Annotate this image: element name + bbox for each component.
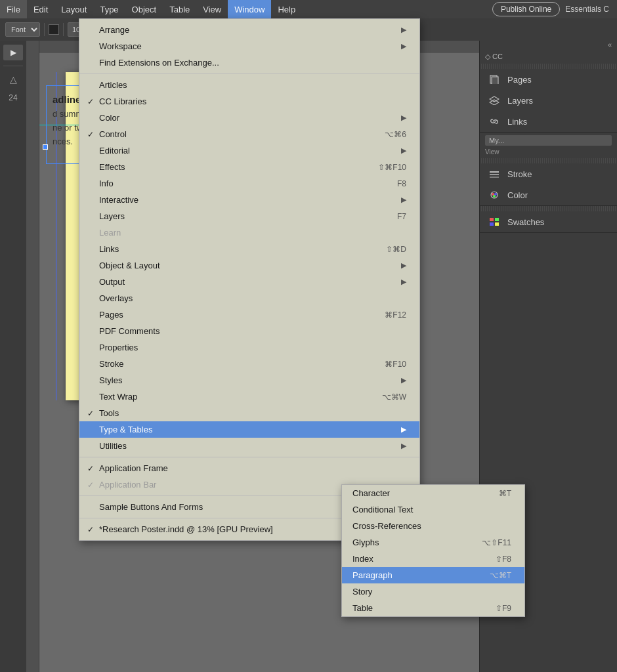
color-arrow: ▶ xyxy=(401,114,406,122)
tool-btn-2[interactable]: △ xyxy=(3,72,23,87)
publish-online-button[interactable]: Publish Online xyxy=(492,2,560,16)
menu-editorial[interactable]: Editorial ▶ xyxy=(79,142,419,159)
panel-pages[interactable]: Pages xyxy=(480,69,617,90)
menu-articles[interactable]: Articles xyxy=(79,77,419,93)
menu-properties[interactable]: Properties xyxy=(79,339,419,356)
menu-cc-libraries[interactable]: ✓ CC Libraries xyxy=(79,93,419,110)
submenu-character[interactable]: Character ⌘T xyxy=(342,485,524,501)
properties-label: Properties xyxy=(99,343,138,352)
menu-type-tables[interactable]: Type & Tables ▶ xyxy=(79,421,419,438)
menu-object-layout[interactable]: Object & Layout ▶ xyxy=(79,257,419,274)
effects-label: Effects xyxy=(99,162,125,172)
menu-effects[interactable]: Effects ⇧⌘F10 xyxy=(79,159,419,175)
svg-rect-11 xyxy=(490,218,494,221)
menu-control[interactable]: ✓ Control ⌥⌘6 xyxy=(79,126,419,142)
tool-separator xyxy=(3,66,23,66)
panel-group-swatches: Swatches xyxy=(480,206,617,233)
menu-overlays[interactable]: Overlays xyxy=(79,290,419,306)
panel-layers[interactable]: Layers xyxy=(480,90,617,111)
menu-app-frame[interactable]: ✓ Application Frame xyxy=(79,460,419,476)
menu-layout[interactable]: Layout xyxy=(54,0,93,18)
submenu-glyphs[interactable]: Glyphs ⌥⇧F11 xyxy=(342,534,524,551)
color-label: Color xyxy=(507,190,528,200)
links-menu-label: Links xyxy=(99,244,119,254)
pages-icon xyxy=(488,74,501,85)
menu-object[interactable]: Object xyxy=(125,0,163,18)
selection-handle xyxy=(43,144,48,150)
tool-select[interactable]: ▶ xyxy=(3,45,23,60)
recent-doc-label: *Research Poster.indd @ 13% [GPU Preview… xyxy=(99,524,273,534)
drag-handle-2 xyxy=(480,158,617,163)
utilities-arrow: ▶ xyxy=(401,442,406,450)
panel-links[interactable]: Links xyxy=(480,111,617,132)
menu-output[interactable]: Output ▶ xyxy=(79,274,419,290)
menu-tools[interactable]: ✓ Tools xyxy=(79,405,419,421)
menu-arrange[interactable]: Arrange ▶ xyxy=(79,22,419,38)
cc-libraries-checkmark: ✓ xyxy=(87,97,94,106)
layers-icon xyxy=(488,95,501,106)
cc-label: ◇ CC xyxy=(480,50,617,64)
control-shortcut: ⌥⌘6 xyxy=(365,130,406,139)
svg-rect-12 xyxy=(495,218,499,221)
control-checkmark: ✓ xyxy=(87,130,94,139)
tools-checkmark: ✓ xyxy=(87,409,94,418)
menu-window[interactable]: Window xyxy=(228,0,271,18)
articles-label: Articles xyxy=(99,80,127,90)
submenu-table[interactable]: Table ⇧F9 xyxy=(342,600,524,616)
menu-bar: File Edit Layout Type Object Table View … xyxy=(0,0,617,18)
drag-handle-1 xyxy=(480,64,617,69)
tools-label: Tools xyxy=(99,408,119,418)
stroke-icon xyxy=(488,169,501,179)
svg-rect-1 xyxy=(492,77,498,84)
menu-view[interactable]: View xyxy=(196,0,228,18)
font-select[interactable]: Font xyxy=(5,22,40,37)
menu-table[interactable]: Table xyxy=(163,0,196,18)
menu-interactive[interactable]: Interactive ▶ xyxy=(79,192,419,208)
submenu-story[interactable]: Story xyxy=(342,583,524,600)
menu-file[interactable]: File xyxy=(0,0,27,18)
menu-pages[interactable]: Pages ⌘F12 xyxy=(79,306,419,323)
panels-collapse-btn[interactable]: « xyxy=(480,39,617,50)
submenu-conditional-text[interactable]: Conditional Text xyxy=(342,501,524,518)
panel-swatches[interactable]: Swatches xyxy=(480,211,617,232)
menu-edit[interactable]: Edit xyxy=(27,0,54,18)
menu-help[interactable]: Help xyxy=(271,0,302,18)
menu-pdf-comments[interactable]: PDF Comments xyxy=(79,323,419,339)
menu-section-2: Articles ✓ CC Libraries Color ▶ ✓ Contro… xyxy=(79,74,419,457)
cc-libraries-label: CC Libraries xyxy=(99,96,146,106)
drag-handle-3 xyxy=(480,206,617,211)
menu-stroke[interactable]: Stroke ⌘F10 xyxy=(79,356,419,372)
submenu-cross-references[interactable]: Cross-References xyxy=(342,518,524,534)
swatches-label: Swatches xyxy=(507,217,544,227)
menu-learn: Learn xyxy=(79,224,419,241)
menu-text-wrap[interactable]: Text Wrap ⌥⌘W xyxy=(79,388,419,405)
panel-stroke[interactable]: Stroke xyxy=(480,163,617,184)
submenu-index[interactable]: Index ⇧F8 xyxy=(342,551,524,567)
menu-utilities[interactable]: Utilities ▶ xyxy=(79,438,419,454)
editorial-arrow: ▶ xyxy=(401,146,406,155)
submenu-paragraph[interactable]: Paragraph ⌥⌘T xyxy=(342,567,524,583)
layers-label: Layers xyxy=(507,96,533,106)
menu-type[interactable]: Type xyxy=(93,0,125,18)
character-label: Character xyxy=(352,488,390,498)
pdf-comments-label: PDF Comments xyxy=(99,326,160,336)
menu-styles[interactable]: Styles ▶ xyxy=(79,372,419,388)
styles-label: Styles xyxy=(99,375,122,385)
character-shortcut: ⌘T xyxy=(486,489,511,498)
menu-color[interactable]: Color ▶ xyxy=(79,110,419,126)
panel-group-navigation: Pages Layers Links xyxy=(480,64,617,133)
menu-workspace[interactable]: Workspace ▶ xyxy=(79,38,419,54)
menu-find-extensions[interactable]: Find Extensions on Exchange... xyxy=(79,54,419,71)
menu-layers[interactable]: Layers F7 xyxy=(79,208,419,224)
effects-shortcut: ⇧⌘F10 xyxy=(358,163,406,172)
tool-btn-3[interactable]: 24 xyxy=(3,90,23,106)
panel-color[interactable]: Color xyxy=(480,184,617,205)
paragraph-shortcut: ⌥⌘T xyxy=(477,571,511,580)
find-extensions-label: Find Extensions on Exchange... xyxy=(99,58,219,68)
color-icon xyxy=(488,190,501,200)
separator-1 xyxy=(44,23,45,36)
menu-links[interactable]: Links ⇧⌘D xyxy=(79,241,419,257)
menu-info[interactable]: Info F8 xyxy=(79,175,419,192)
pages-shortcut: ⌘F12 xyxy=(365,310,406,320)
overlays-label: Overlays xyxy=(99,293,133,303)
